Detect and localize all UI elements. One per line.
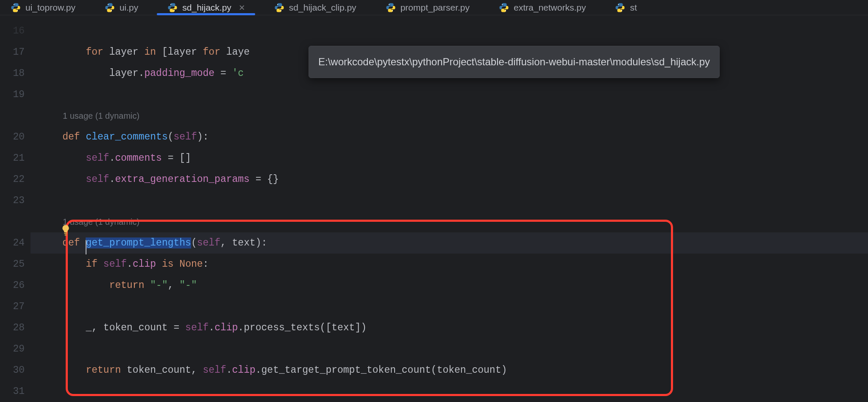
python-icon <box>274 2 285 13</box>
svg-point-2 <box>108 4 108 5</box>
svg-point-5 <box>174 10 175 11</box>
svg-point-7 <box>281 10 281 11</box>
svg-point-10 <box>502 4 503 5</box>
tab-label: sd_hijack_clip.py <box>289 3 356 13</box>
line-number: 24 <box>0 232 31 254</box>
code-line: self.extra_generation_params = {} <box>31 169 868 190</box>
line-number: 28 <box>0 317 31 338</box>
tab-sd-hijack[interactable]: sd_hijack.py × <box>157 0 255 15</box>
tab-ui-toprow[interactable]: ui_toprow.py <box>0 0 86 15</box>
svg-rect-14 <box>64 233 67 234</box>
python-icon <box>104 2 115 13</box>
tab-label: st <box>630 3 637 13</box>
line-number: 30 <box>0 360 31 381</box>
code-line <box>31 296 868 317</box>
code-line: if self.clip is None: <box>31 254 868 275</box>
text-caret <box>86 240 86 254</box>
svg-point-13 <box>622 10 623 11</box>
svg-point-11 <box>505 10 506 11</box>
svg-point-4 <box>170 4 171 5</box>
tab-label: ui_toprow.py <box>25 3 75 13</box>
line-number: 22 <box>0 169 31 190</box>
svg-point-3 <box>111 10 112 11</box>
usage-hint[interactable]: 1 usage (1 dynamic) <box>31 105 868 126</box>
line-number: 29 <box>0 338 31 360</box>
line-number: 25 <box>0 254 31 275</box>
line-number: 26 <box>0 275 31 296</box>
tab-label: ui.py <box>120 3 138 13</box>
line-number: 16 <box>0 20 31 42</box>
code-line: self.comments = [] <box>31 148 868 169</box>
code-line <box>31 381 868 402</box>
line-number: 27 <box>0 296 31 317</box>
line-number: 17 <box>0 42 31 63</box>
line-number: 21 <box>0 148 31 169</box>
line-number: 31 <box>0 381 31 402</box>
ide-window: ui_toprow.py ui.py sd_hijack.py × sd_hij… <box>0 0 868 402</box>
code-line: def clear_comments(self): <box>31 126 868 148</box>
line-number-gutter: 16 17 18 19 20 21 22 23 24 25 26 27 28 2… <box>0 15 31 402</box>
svg-point-8 <box>389 4 389 5</box>
svg-rect-15 <box>65 234 67 236</box>
line-number: 20 <box>0 126 31 148</box>
tab-prompt-parser[interactable]: prompt_parser.py <box>375 0 480 15</box>
tab-label: sd_hijack.py <box>182 3 231 13</box>
usage-hint[interactable]: 1 usage (1 dynamic) <box>31 211 868 232</box>
python-icon <box>385 2 396 13</box>
code-line <box>31 338 868 360</box>
line-number: 18 <box>0 63 31 84</box>
code-line: return "-", "-" <box>31 275 868 296</box>
lightbulb-icon[interactable] <box>59 224 72 237</box>
tab-ui[interactable]: ui.py <box>94 0 148 15</box>
code-editor[interactable]: 16 17 18 19 20 21 22 23 24 25 26 27 28 2… <box>0 15 868 402</box>
python-icon <box>498 2 509 13</box>
svg-point-6 <box>277 4 278 5</box>
line-number <box>0 211 31 232</box>
code-line: _, token_count = self.clip.process_texts… <box>31 317 868 338</box>
python-icon <box>167 2 178 13</box>
editor-tab-bar: ui_toprow.py ui.py sd_hijack.py × sd_hij… <box>0 0 868 15</box>
code-line <box>31 190 868 211</box>
svg-point-1 <box>17 10 18 11</box>
tab-extra-networks[interactable]: extra_networks.py <box>488 0 596 15</box>
python-icon <box>615 2 626 13</box>
code-line <box>31 84 868 105</box>
code-line: return token_count, self.clip.get_target… <box>31 360 868 381</box>
line-number: 23 <box>0 190 31 211</box>
tab-label: extra_networks.py <box>514 3 586 13</box>
svg-point-0 <box>14 4 14 5</box>
file-path-tooltip: E:\workcode\pytestx\pythonProject\stable… <box>309 46 720 78</box>
svg-point-12 <box>618 4 619 5</box>
line-number: 19 <box>0 84 31 105</box>
tab-label: prompt_parser.py <box>401 3 470 13</box>
code-line <box>31 20 868 42</box>
python-icon <box>10 2 21 13</box>
svg-point-9 <box>392 10 393 11</box>
close-icon[interactable]: × <box>239 3 245 13</box>
line-number <box>0 105 31 126</box>
tab-st-partial[interactable]: st <box>604 0 647 15</box>
tab-sd-hijack-clip[interactable]: sd_hijack_clip.py <box>264 0 367 15</box>
code-line-current: def get_prompt_lengths(self, text): <box>31 232 868 254</box>
